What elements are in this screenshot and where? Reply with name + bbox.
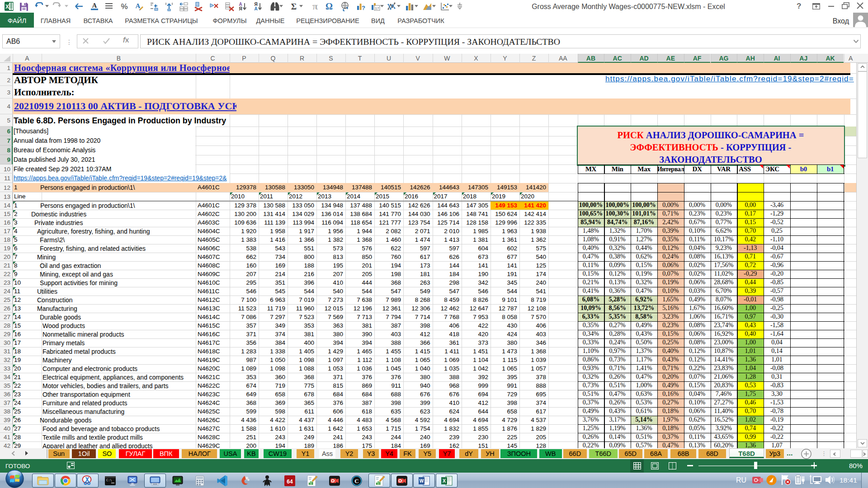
svg-text:W: W [420, 479, 424, 483]
svg-text:Σ: Σ [291, 2, 297, 11]
svg-text:A: A [136, 2, 141, 9]
svg-text:А: А [254, 6, 257, 11]
svg-text:Ω: Ω [326, 1, 333, 11]
svg-text:64: 64 [287, 479, 293, 485]
svg-text:X: X [5, 4, 9, 10]
svg-text:%: % [121, 2, 127, 11]
svg-text:C:\: C:\ [106, 479, 112, 482]
svg-text:A: A [92, 2, 97, 9]
svg-text:?: ? [362, 5, 365, 11]
svg-text:π: π [312, 1, 318, 11]
svg-text:X: X [443, 478, 446, 483]
svg-text:Я: Я [239, 6, 242, 11]
svg-text:C: C [355, 478, 359, 484]
svg-text:17: 17 [375, 6, 379, 10]
